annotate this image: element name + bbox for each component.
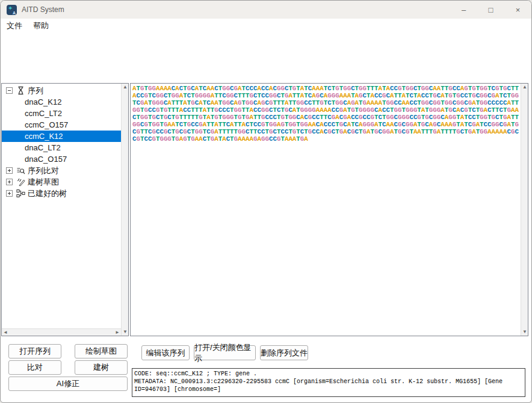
draw-sketch-button[interactable]: 绘制草图 bbox=[75, 344, 128, 358]
window-title: AITD System bbox=[22, 5, 64, 14]
delete-sequence-file-button[interactable]: 删除序列文件 bbox=[260, 345, 308, 360]
sequence-text: ATGTGGAAAACACTGCATCAACTGGCGATCCCACCACGGC… bbox=[132, 85, 519, 334]
scroll-left-icon[interactable]: ◄ bbox=[2, 330, 9, 335]
menu-help[interactable]: 帮助 bbox=[28, 19, 54, 32]
phylo-tree-icon bbox=[16, 189, 25, 198]
ai-fix-button[interactable]: AI修正 bbox=[8, 377, 128, 391]
logo-letter: A bbox=[13, 11, 16, 15]
expand-icon[interactable] bbox=[6, 167, 13, 174]
sequence-display-panel[interactable]: ATGTGGAAAACACTGCATCAACTGGCGATCCCACCACGGC… bbox=[130, 83, 528, 336]
build-tree-button[interactable]: 建树 bbox=[75, 360, 128, 375]
menu-bar: 文件 帮助 bbox=[1, 19, 531, 33]
maximize-button[interactable]: □ bbox=[477, 1, 504, 19]
tree-item-dnaC_O157[interactable]: dnaC_O157 bbox=[2, 153, 121, 165]
sequence-line: CTGGTGCTGCTGTTTTTGTATGTGGGTGTGATTGCCCTGT… bbox=[132, 114, 519, 121]
title-bar: ✦ A AITD System – □ × bbox=[1, 1, 531, 19]
sequence-line: TCGATGGGCATTTATGCATCAATGGCAGTGGCAGCGTTTA… bbox=[132, 99, 519, 106]
edit-sequence-button[interactable]: 编辑该序列 bbox=[141, 345, 190, 360]
minimize-button[interactable]: – bbox=[450, 1, 477, 19]
app-logo-icon: ✦ A bbox=[7, 5, 17, 15]
scroll-up-icon[interactable]: ▲ bbox=[122, 85, 129, 90]
tree-item-label: ccmC_O157 bbox=[25, 120, 68, 129]
tree-item-dnaC_K12[interactable]: dnaC_K12 bbox=[2, 96, 121, 108]
sequence-tree-panel: 序列 dnaC_K12 ccmC_LT2 ccmC_O157 ccmC_K12 … bbox=[1, 83, 129, 336]
sequence-line: ATGTGGAAAACACTGCATCAACTGGCGATCCCACCACGGC… bbox=[132, 85, 519, 92]
pencil-sketch-icon bbox=[16, 177, 25, 186]
tree-item-label: ccmC_K12 bbox=[25, 132, 63, 141]
tree-item-label: dnaC_LT2 bbox=[25, 143, 61, 152]
close-button[interactable]: × bbox=[504, 1, 531, 19]
scroll-down-icon[interactable]: ▼ bbox=[122, 330, 129, 334]
toggle-color-display-button[interactable]: 打开/关闭颜色显示 bbox=[194, 345, 256, 360]
tree-item-dnaC_LT2[interactable]: dnaC_LT2 bbox=[2, 142, 121, 153]
tree-item-ccmC_O157[interactable]: ccmC_O157 bbox=[2, 119, 121, 131]
metadata-line-2: ID=946703] [chromosome=] bbox=[134, 386, 523, 393]
tree-horizontal-scrollbar[interactable]: ◄ ► bbox=[2, 328, 121, 336]
sequence-line: CGTTCGCCGCTGCGCTGGTCGATTTTTGGCTTCCTGCTCC… bbox=[132, 128, 519, 135]
tree-rows: 序列 dnaC_K12 ccmC_LT2 ccmC_O157 ccmC_K12 … bbox=[2, 85, 121, 328]
metadata-line: METADATA: NC_000913.3:c2296320-2295583 c… bbox=[134, 378, 523, 386]
tree-node-label: 序列比对 bbox=[28, 165, 59, 176]
dna-icon bbox=[16, 86, 25, 95]
align-search-icon bbox=[16, 166, 25, 175]
expand-icon[interactable] bbox=[6, 190, 13, 197]
scroll-right-icon[interactable]: ► bbox=[114, 330, 121, 335]
tree-node-alignment[interactable]: 序列比对 bbox=[2, 165, 121, 176]
tree-node-built-trees[interactable]: 已建好的树 bbox=[2, 188, 121, 199]
app-window: ✦ A AITD System – □ × 文件 帮助 序列 bbox=[0, 0, 532, 403]
tree-item-label: ccmC_LT2 bbox=[25, 109, 62, 118]
scroll-down-icon[interactable]: ▼ bbox=[521, 330, 528, 334]
tree-node-label: 已建好的树 bbox=[28, 188, 67, 199]
open-sequence-button[interactable]: 打开序列 bbox=[8, 344, 61, 358]
tree-item-label: dnaC_O157 bbox=[25, 155, 67, 164]
code-line: CODE: seq::ccmC_K12 ; TYPE: gene . bbox=[134, 370, 523, 378]
sequence-line: CGTCCGTGGGTGAGTGAACTGATACTGAAAAGAGGCCGTA… bbox=[132, 135, 519, 143]
window-controls: – □ × bbox=[450, 1, 531, 19]
tree-item-label: dnaC_K12 bbox=[25, 97, 61, 106]
sequence-vertical-scrollbar[interactable]: ▲ ▼ bbox=[521, 84, 528, 336]
tree-node-label: 序列 bbox=[28, 85, 43, 96]
tree-item-ccmC_K12-selected[interactable]: ccmC_K12 bbox=[2, 131, 121, 142]
tree-vertical-scrollbar[interactable]: ▲ ▼ bbox=[121, 84, 128, 336]
sequence-line: ACCGTCGGCTGGATCTGGGGATTCGGCTTTGCTCCGGCTG… bbox=[132, 92, 519, 99]
collapse-icon[interactable] bbox=[6, 87, 13, 94]
tree-item-ccmC_LT2[interactable]: ccmC_LT2 bbox=[2, 108, 121, 119]
menu-file[interactable]: 文件 bbox=[2, 19, 27, 32]
tree-node-label: 建树草图 bbox=[28, 177, 59, 188]
align-button[interactable]: 比对 bbox=[8, 360, 61, 375]
scroll-up-icon[interactable]: ▲ bbox=[521, 85, 528, 90]
sequence-line: GGCGTGGTGAATCTGCCGATTATTCATTACTCCGTGGAGT… bbox=[132, 121, 519, 128]
expand-icon[interactable] bbox=[6, 179, 13, 185]
tree-node-sequences[interactable]: 序列 bbox=[2, 85, 121, 96]
sequence-line: GGTGCCGTGTTTACCTTTATTGCCCTGGTTACCGGCTCTG… bbox=[132, 106, 519, 114]
tree-node-sketch[interactable]: 建树草图 bbox=[2, 176, 121, 188]
metadata-info-box: CODE: seq::ccmC_K12 ; TYPE: gene . METAD… bbox=[132, 368, 525, 397]
